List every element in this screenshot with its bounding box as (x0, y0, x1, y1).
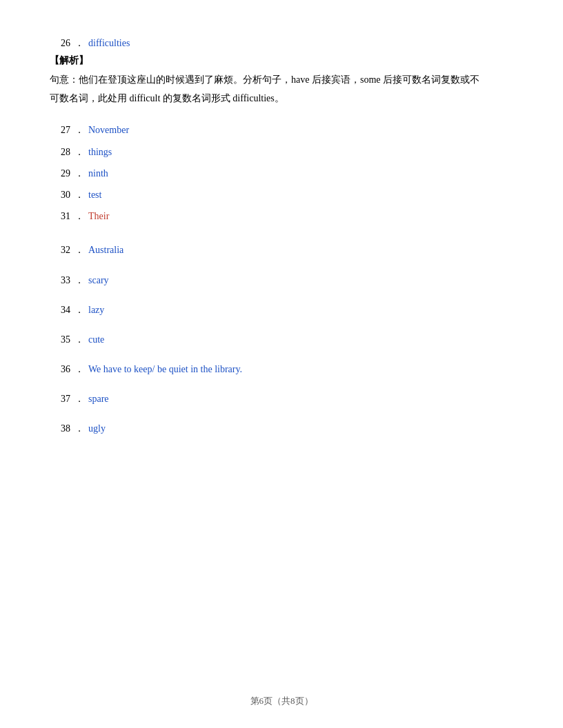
answer-text-36: We have to keep/ be quiet in the library… (88, 361, 242, 378)
answer-text-32: Australia (88, 241, 124, 259)
answer-item-37: 37 ． spare (50, 390, 513, 407)
answer-item-35: 35 ． cute (50, 331, 513, 348)
answer-text-27: November (88, 121, 129, 139)
answer-number-32: 32 (50, 241, 70, 259)
answer-number-33: 33 (50, 272, 70, 289)
answer-dot-31: ． (75, 208, 84, 225)
answer-item-30: 30 ． test (50, 186, 513, 203)
items-32-36-group: 32 ． Australia 33 ． scary 34 ． lazy 35 ．… (50, 241, 513, 378)
answer-item-32: 32 ． Australia (50, 241, 513, 259)
answer-number-27: 27 (50, 121, 70, 139)
answer-number-30: 30 (50, 186, 70, 203)
answer-item-28: 28 ． things (50, 143, 513, 161)
footer-text: 第6页（共8页） (250, 696, 313, 706)
answer-dot-38: ． (75, 420, 84, 437)
answer-text-38: ugly (88, 420, 106, 437)
page-footer: 第6页（共8页） (0, 695, 563, 707)
answer-number-38: 38 (50, 420, 70, 437)
answer-number-34: 34 (50, 301, 70, 318)
answer-text-37: spare (88, 390, 109, 407)
answer-item-31: 31 ． Their (50, 208, 513, 225)
answer-number-31: 31 (50, 208, 70, 225)
answer-number-29: 29 (50, 165, 70, 182)
answer-text-26: difficulties (88, 34, 130, 52)
answer-dot-36: ． (75, 361, 84, 378)
page: 26 ． difficulties 【解析】 句意：他们在登顶这座山的时候遇到了… (0, 0, 563, 728)
answer-item-29: 29 ． ninth (50, 165, 513, 182)
answer-dot-34: ． (75, 301, 84, 318)
answer-dot-26: ． (75, 34, 84, 52)
answer-item-27: 27 ． November (50, 121, 513, 139)
section-title: 【解析】 (50, 54, 513, 67)
answer-text-35: cute (88, 331, 104, 348)
explanation-block: 【解析】 句意：他们在登顶这座山的时候遇到了麻烦。分析句子，have 后接宾语，… (50, 54, 513, 108)
answer-number-37: 37 (50, 390, 70, 407)
answer-item-26: 26 ． difficulties (50, 34, 513, 52)
answer-item-38: 38 ． ugly (50, 420, 513, 437)
answer-item-34: 34 ． lazy (50, 301, 513, 318)
items-37-38-group: 37 ． spare 38 ． ugly (50, 390, 513, 437)
answer-number-35: 35 (50, 331, 70, 348)
answer-dot-27: ． (75, 121, 84, 139)
answer-number-36: 36 (50, 361, 70, 378)
answer-text-34: lazy (88, 301, 104, 318)
answer-dot-35: ． (75, 331, 84, 348)
answer-text-28: things (88, 143, 112, 161)
answer-dot-30: ． (75, 186, 84, 203)
answer-dot-29: ． (75, 165, 84, 182)
answer-item-33: 33 ． scary (50, 272, 513, 289)
answer-dot-33: ． (75, 272, 84, 289)
answer-text-33: scary (88, 272, 109, 289)
items-27-31-group: 27 ． November 28 ． things 29 ． ninth 30 … (50, 121, 513, 225)
answer-item-36: 36 ． We have to keep/ be quiet in the li… (50, 361, 513, 378)
answer-dot-37: ． (75, 390, 84, 407)
answer-dot-28: ． (75, 143, 84, 161)
answer-text-30: test (88, 186, 101, 203)
explanation-line2: 可数名词，此处用 difficult 的复数名词形式 difficulties。 (50, 90, 513, 108)
answer-text-31: Their (88, 208, 109, 225)
answer-dot-32: ． (75, 241, 84, 259)
answer-number-28: 28 (50, 143, 70, 161)
answer-number-26: 26 (50, 34, 70, 52)
answer-text-29: ninth (88, 165, 108, 182)
explanation-line1: 句意：他们在登顶这座山的时候遇到了麻烦。分析句子，have 后接宾语，some … (50, 71, 513, 90)
